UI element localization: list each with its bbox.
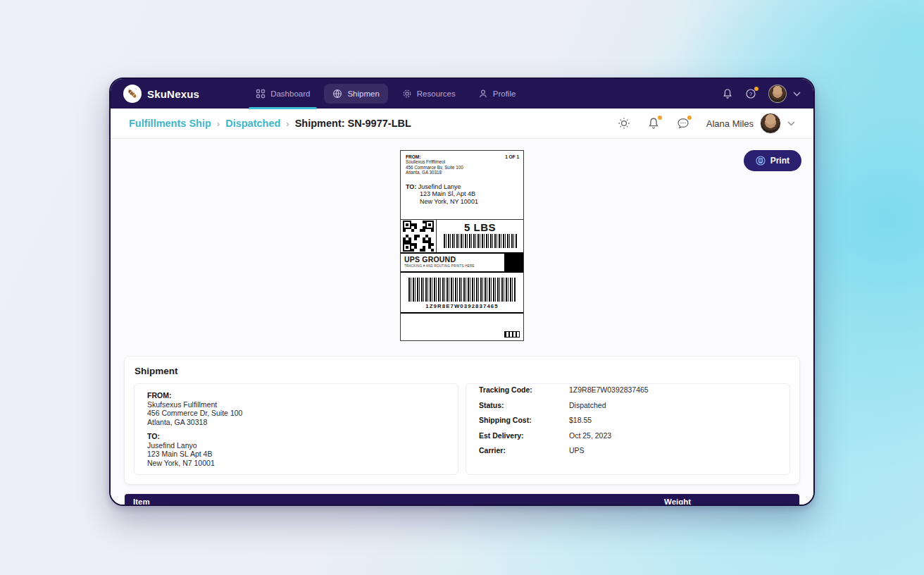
label-tracking-number: 1Z9R8E7W0392837465 bbox=[408, 303, 516, 309]
breadcrumb: Fulfillments Ship › Dispatched › Shipmen… bbox=[129, 118, 411, 129]
user-menu[interactable]: Alana Miles bbox=[706, 113, 795, 134]
detail-value-status: Dispatched bbox=[569, 401, 777, 410]
detail-label: Status: bbox=[479, 401, 569, 410]
qr-code bbox=[403, 221, 434, 252]
navbar-user-menu[interactable] bbox=[768, 85, 801, 103]
detail-value-shipping-cost: $18.55 bbox=[569, 416, 777, 425]
avatar bbox=[760, 113, 781, 134]
label-from-line: 456 Commarce Bv, Suite 100 bbox=[406, 165, 518, 171]
person-icon bbox=[478, 89, 488, 99]
help-badge-dot bbox=[754, 87, 758, 91]
notifications-bell-icon[interactable] bbox=[722, 88, 733, 99]
brand-name: SkuNexus bbox=[147, 88, 199, 100]
printer-icon bbox=[756, 156, 766, 166]
notifications-bell-icon[interactable] bbox=[647, 117, 660, 130]
shipment-from-line: Skufsexus Fulfillment bbox=[147, 400, 445, 409]
weight-barcode bbox=[444, 234, 517, 248]
label-weight: 5 LBS bbox=[464, 221, 496, 233]
messages-icon[interactable] bbox=[677, 117, 689, 130]
detail-label: Shipping Cost: bbox=[479, 416, 569, 425]
label-service-note: TRACKING # AND ROUTING PRINTS HERE bbox=[404, 264, 501, 268]
detail-label: Est Delivery: bbox=[479, 431, 569, 440]
header-actions: Alana Miles bbox=[618, 113, 795, 134]
label-footer-section bbox=[401, 312, 523, 340]
label-tracking-section: 1Z9R8E7W0392837465 bbox=[401, 271, 523, 312]
label-to-name: Jusefind Lanye bbox=[418, 183, 461, 190]
shipment-card: Shipment FROM: Skufsexus Fulfillment 456… bbox=[125, 357, 799, 484]
label-service-section: UPS GROUND TRACKING # AND ROUTING PRINTS… bbox=[401, 252, 523, 271]
avatar bbox=[768, 85, 787, 103]
breadcrumb-link-dispatched[interactable]: Dispatched bbox=[225, 118, 280, 129]
label-page-count: 1 OF 1 bbox=[505, 154, 519, 159]
label-black-block bbox=[504, 254, 523, 271]
nav-label: Profile bbox=[493, 89, 516, 98]
chevron-down-icon bbox=[793, 92, 801, 97]
label-to-block: TO: Jusefind Lanye 123 Main Sl, Apt 4B N… bbox=[406, 183, 518, 206]
column-header-weight: Weight bbox=[664, 497, 791, 505]
nav-item-dashboard[interactable]: Dashboard bbox=[247, 84, 318, 104]
navbar-right: ? bbox=[722, 85, 801, 103]
shipment-from-line: 456 Commerce Dr, Suite 100 bbox=[147, 409, 445, 418]
user-name: Alana Miles bbox=[706, 118, 754, 129]
shipment-from-line: Atlanta, GA 30318 bbox=[147, 418, 445, 427]
detail-value-est-delivery: Oct 25, 2023 bbox=[569, 431, 777, 440]
label-from-line: Atlanta, GA 30318 bbox=[406, 170, 518, 175]
label-from-heading: FROM: bbox=[406, 154, 518, 159]
bell-badge-dot bbox=[658, 116, 662, 120]
brand-logo[interactable]: SkuNexus bbox=[123, 85, 199, 103]
label-to-line: New York, NY 10001 bbox=[420, 198, 518, 206]
shipment-to-heading: TO: bbox=[147, 432, 445, 441]
print-button[interactable]: Print bbox=[744, 150, 801, 171]
items-table: Item Weight Gorgeous Bronze Shirt 1.25 l… bbox=[125, 494, 799, 505]
page-title: Shipment: SN-9977-LBL bbox=[295, 118, 411, 129]
app-window: SkuNexus Dashboard Shipmen Resou bbox=[109, 78, 815, 506]
top-navbar: SkuNexus Dashboard Shipmen Resou bbox=[111, 79, 813, 109]
theme-sun-icon[interactable] bbox=[618, 117, 630, 130]
print-button-label: Print bbox=[770, 156, 789, 166]
table-header-row: Item Weight bbox=[125, 494, 799, 505]
label-mid-section: 5 LBS bbox=[401, 219, 523, 252]
shipment-from-heading: FROM: bbox=[147, 391, 445, 400]
breadcrumb-link-fulfillments-ship[interactable]: Fulfillments Ship bbox=[129, 118, 211, 129]
messages-badge-dot bbox=[687, 116, 692, 120]
svg-text:?: ? bbox=[749, 91, 753, 97]
help-icon[interactable]: ? bbox=[745, 88, 756, 99]
breadcrumb-bar: Fulfillments Ship › Dispatched › Shipmen… bbox=[111, 109, 813, 139]
shipment-to-line: Jusefind Lanyo bbox=[147, 441, 445, 450]
tracking-barcode bbox=[408, 278, 516, 302]
globe-icon bbox=[332, 89, 342, 99]
main-content: Print FROM: Soullexus Frifflimeol 456 Co… bbox=[111, 139, 813, 505]
shipment-details-panel: Tracking Code: 1Z9R8E7W0392837465 Status… bbox=[466, 383, 790, 475]
dashboard-grid-icon bbox=[256, 89, 266, 99]
chevron-down-icon bbox=[787, 121, 795, 126]
label-to-line: 123 Main Sl, Apt 4B bbox=[420, 190, 518, 198]
column-header-item: Item bbox=[133, 497, 664, 505]
label-address-section: FROM: Soullexus Frifflimeol 456 Commarce… bbox=[401, 151, 523, 219]
gear-icon bbox=[402, 89, 412, 99]
nav-label: Dashboard bbox=[270, 89, 310, 98]
detail-label: Tracking Code: bbox=[479, 385, 569, 395]
nav-item-profile[interactable]: Profile bbox=[470, 84, 525, 104]
main-nav: Dashboard Shipmen Resources Profile bbox=[247, 84, 524, 104]
shipment-to-line: New York, N7 10001 bbox=[147, 459, 445, 468]
detail-value-tracking-code: 1Z9R8E7W0392837465 bbox=[569, 385, 777, 395]
shipment-addresses-panel: FROM: Skufsexus Fulfillment 456 Commerce… bbox=[134, 383, 458, 475]
label-to-heading: TO: bbox=[406, 183, 416, 190]
detail-value-carrier: UPS bbox=[569, 446, 777, 455]
label-from-line: Soullexus Frifflimeol bbox=[406, 159, 518, 165]
mini-barcode-icon bbox=[504, 331, 520, 338]
nav-label: Resources bbox=[417, 89, 456, 98]
breadcrumb-separator: › bbox=[286, 118, 289, 129]
shipment-to-line: 123 Main SL Apt 4B bbox=[147, 450, 445, 459]
shipment-card-title: Shipment bbox=[135, 366, 790, 376]
label-service-name: UPS GROUND bbox=[404, 255, 501, 264]
shipping-label: FROM: Soullexus Frifflimeol 456 Commarce… bbox=[400, 150, 524, 341]
nav-item-resources[interactable]: Resources bbox=[394, 84, 464, 104]
breadcrumb-separator: › bbox=[217, 118, 220, 129]
detail-label: Carrier: bbox=[479, 446, 569, 455]
nav-item-shipments[interactable]: Shipmen bbox=[324, 84, 387, 104]
skunexus-logo-icon bbox=[123, 85, 142, 103]
nav-label: Shipmen bbox=[347, 89, 379, 98]
